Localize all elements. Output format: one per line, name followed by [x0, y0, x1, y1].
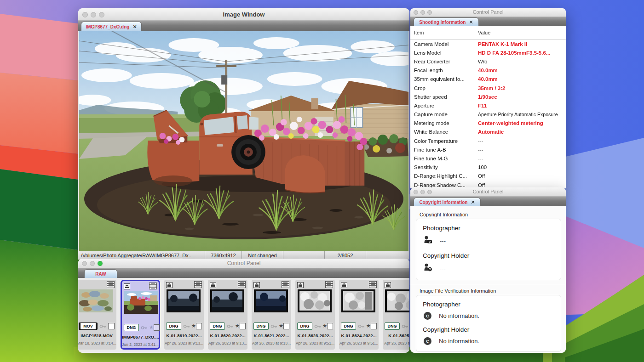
tab-label: Copyright Information [419, 200, 467, 205]
thumbnail-imgp8677[interactable]: DNG ★ IMGP8677_DxO.... Jun 2, 2023 at 3:… [121, 280, 160, 350]
copyright-tabstrip: Copyright Information ✕ [410, 197, 566, 206]
format-badge: DNG [166, 322, 181, 330]
thumbnail-filename: K-01-8624-2022... [339, 333, 379, 338]
table-row: Sensitivity100 [410, 163, 566, 172]
select-checkbox[interactable] [283, 323, 289, 329]
thumbnail-k01-8624[interactable]: DNG ★ K-01-8624-2022... Apr 26, 2023 at … [339, 280, 379, 350]
key-icon [183, 322, 190, 330]
table-row: Lens ModelHD D FA 28-105mmF3.5-5.6... [410, 48, 566, 57]
format-badge: DNG [124, 324, 139, 331]
select-checkbox[interactable] [196, 323, 202, 329]
drawer-stack-icon [149, 283, 157, 291]
thumbnail-k01-8625[interactable]: DNG ★ K-01-8625-2... Apr 26, 2023 at 9:5… [383, 280, 409, 350]
tab-copyright-information[interactable]: Copyright Information ✕ [414, 198, 481, 206]
select-checkbox[interactable] [327, 323, 333, 329]
format-badge: DNG [253, 322, 269, 330]
column-item: Item [410, 30, 478, 35]
table-row: Metering modeCenter-weighted metering [410, 119, 566, 128]
image-window: Image Window IMGP8677_DxO.dng ✕ [78, 8, 409, 260]
desktop: Image Window IMGP8677_DxO.dng ✕ [0, 0, 644, 362]
key-icon [314, 322, 322, 330]
thumbnail-image [79, 289, 113, 312]
shooting-titlebar[interactable]: Control Panel [410, 8, 566, 17]
entry-label: Copyright Holder [423, 326, 556, 333]
table-row: Fine tune M-G--- [410, 154, 566, 163]
image-window-titlebar[interactable]: Image Window [78, 8, 409, 21]
tab-shooting-information[interactable]: Shooting Information ✕ [414, 17, 479, 26]
star-rating-icon[interactable]: ★ [279, 323, 283, 329]
table-row: D-Range:Highlight C...Off [410, 172, 566, 181]
close-icon[interactable]: ✕ [471, 199, 475, 205]
copyright-titlebar[interactable]: Control Panel [410, 187, 566, 197]
thumbnail-date: Mar 18, 2023 at 3:14... [78, 341, 116, 345]
key-icon [141, 323, 148, 332]
drawer-stack-icon [194, 281, 202, 290]
copyright-badge-icon: C [424, 337, 431, 345]
thumbnail-k01-8619[interactable]: DNG ★ K-01-8619-2022... Apr 26, 2023 at … [164, 280, 204, 350]
status-dimensions: 7360x4912 [205, 251, 242, 259]
star-rating-icon[interactable]: ★ [149, 324, 154, 330]
status-edit-state: Not changed [242, 251, 283, 259]
tab-imgp8677[interactable]: IMGP8677_DxO.dng ✕ [81, 22, 142, 31]
star-rating-icon[interactable]: ★ [191, 323, 196, 329]
entry-value: --- [440, 265, 446, 272]
table-row: Color Temperature--- [410, 136, 566, 145]
thumbnail-image [341, 289, 375, 312]
table-row: 35mm equivalent fo...40.0mm [410, 75, 566, 84]
thumbnail-date: Apr 26, 2023 at 9:51... [295, 341, 335, 345]
select-checkbox[interactable] [154, 324, 160, 331]
thumbnail-image [254, 289, 288, 312]
tab-raw[interactable]: RAW [84, 269, 117, 278]
truck-photo [79, 31, 408, 251]
entry-value: --- [440, 238, 446, 244]
key-icon [402, 322, 409, 330]
copyright-holder-icon [424, 263, 432, 273]
close-icon[interactable]: ✕ [132, 24, 137, 30]
archive-box-icon [210, 282, 216, 290]
table-row: Fine tune A-B--- [410, 145, 566, 154]
drawer-stack-icon [325, 281, 333, 290]
format-badge: DNG [210, 322, 225, 330]
thumbnail-imgp1518[interactable]: MOV IMGP1518.MOV Mar 18, 2023 at 3:14... [78, 280, 116, 350]
thumbnail-image [167, 289, 201, 312]
thumbnail-k01-8620[interactable]: DNG ★ K-01-8620-2022... Apr 26, 2023 at … [208, 280, 247, 350]
thumbnail-date: Apr 26, 2023 at 9:13... [252, 341, 291, 345]
thumbnail-filename: K-01-8623-2022... [295, 333, 335, 338]
key-icon [270, 322, 278, 330]
select-checkbox[interactable] [108, 323, 115, 329]
status-image-position: 2/8052 [325, 251, 366, 259]
browser-control-panel: Control Panel RAW MOV IMGP1 [78, 259, 409, 353]
thumbnail-filename: K-01-8619-2022... [164, 333, 204, 338]
thumbnail-date: Apr 26, 2023 at 9:51... [339, 341, 379, 345]
entry-label: Photographer [423, 225, 556, 232]
thumbnail-strip[interactable]: MOV IMGP1518.MOV Mar 18, 2023 at 3:14... [78, 278, 409, 353]
thumbnail-filename: K-01-8625-2... [383, 333, 409, 338]
table-row: Shutter speed1/90sec [410, 92, 566, 101]
thumbnail-k01-8623[interactable]: DNG ★ K-01-8623-2022... Apr 26, 2023 at … [295, 280, 335, 350]
thumbnail-filename: IMGP1518.MOV [78, 333, 116, 338]
thumbnail-filename: IMGP8677_DxO.... [122, 334, 159, 339]
copyright-group: Photographer --- Copyright Holder --- [416, 219, 561, 280]
table-row: White BalanceAutomatic [410, 128, 566, 136]
browser-tabstrip: RAW [78, 268, 409, 278]
table-row: Capture modeAperture Priority Automatic … [410, 110, 566, 119]
entry-label: Photographer [423, 301, 556, 308]
drawer-stack-icon [238, 281, 246, 290]
star-rating-icon[interactable]: ★ [235, 323, 240, 329]
select-checkbox[interactable] [371, 323, 377, 329]
select-checkbox[interactable] [240, 323, 246, 329]
window-title: Control Panel [410, 9, 566, 15]
entry-value: No information. [439, 312, 479, 319]
thumbnail-k01-8621[interactable]: DNG ★ K-01-8621-2022... Apr 26, 2023 at … [252, 280, 291, 350]
photographer-icon [424, 236, 432, 246]
browser-titlebar[interactable]: Control Panel [78, 259, 409, 268]
close-icon[interactable]: ✕ [469, 19, 473, 25]
thumbnail-image [124, 291, 158, 314]
star-rating-icon[interactable]: ★ [366, 323, 371, 329]
entry-label: Copyright Holder [423, 252, 556, 259]
tab-label: IMGP8677_DxO.dng [86, 24, 129, 29]
window-title: Control Panel [410, 189, 566, 194]
archive-box-icon [166, 282, 172, 290]
status-blank-1 [283, 251, 325, 259]
star-rating-icon[interactable]: ★ [322, 323, 327, 329]
